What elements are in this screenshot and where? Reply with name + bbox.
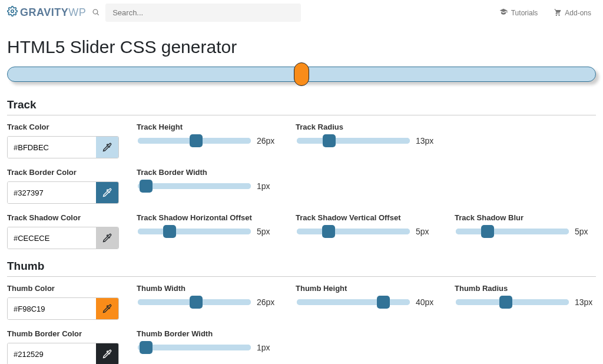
label-thumb-border-color: Thumb Border Color bbox=[7, 329, 119, 338]
label-track-height: Track Height bbox=[137, 123, 278, 131]
input-thumb-border-color[interactable] bbox=[8, 343, 96, 364]
label-track-shadow-hoff: Track Shadow Horizontal Offset bbox=[137, 213, 278, 222]
input-thumb-color[interactable] bbox=[8, 298, 96, 319]
swatch-thumb-border-color[interactable] bbox=[96, 343, 118, 364]
page-title: HTML5 Slider CSS generator bbox=[7, 37, 596, 57]
label-thumb-radius: Thumb Radius bbox=[455, 284, 596, 293]
label-thumb-height: Thumb Height bbox=[296, 284, 437, 293]
value-track-border-width: 1px bbox=[257, 181, 278, 191]
slider-track-radius[interactable] bbox=[297, 138, 410, 144]
value-thumb-radius: 13px bbox=[575, 297, 596, 307]
swatch-track-border-color[interactable] bbox=[96, 182, 118, 203]
cart-icon bbox=[553, 8, 561, 18]
input-track-color[interactable] bbox=[8, 137, 96, 158]
label-track-shadow-voff: Track Shadow Vertical Offset bbox=[296, 213, 437, 222]
swatch-track-shadow-color[interactable] bbox=[96, 227, 118, 249]
slider-track-height[interactable] bbox=[138, 138, 251, 144]
slider-thumb-border-width[interactable] bbox=[138, 345, 251, 350]
section-track-title: Track bbox=[7, 98, 596, 111]
label-thumb-color: Thumb Color bbox=[7, 284, 119, 293]
label-thumb-border-width: Thumb Border Width bbox=[137, 329, 278, 338]
label-track-border-width: Track Border Width bbox=[137, 168, 278, 177]
slider-track-border-width[interactable] bbox=[138, 183, 251, 189]
eyedropper-icon bbox=[102, 143, 112, 152]
label-thumb-width: Thumb Width bbox=[137, 284, 278, 293]
label-track-shadow-color: Track Shadow Color bbox=[7, 213, 119, 222]
input-track-border-color[interactable] bbox=[8, 182, 96, 203]
nav-addons[interactable]: Add-ons bbox=[548, 8, 596, 18]
slider-track-shadow-hoff[interactable] bbox=[138, 229, 251, 234]
slider-track-shadow-blur[interactable] bbox=[456, 229, 569, 234]
value-thumb-height: 40px bbox=[416, 297, 437, 307]
label-track-radius: Track Radius bbox=[296, 123, 437, 131]
value-thumb-width: 26px bbox=[257, 297, 278, 307]
section-thumb-title: Thumb bbox=[7, 260, 596, 273]
eyedropper-icon bbox=[102, 304, 112, 313]
brand-text-strong: GRAVITY bbox=[20, 6, 68, 19]
divider bbox=[7, 115, 596, 115]
preview-slider-track[interactable] bbox=[7, 67, 596, 82]
slider-thumb-radius[interactable] bbox=[456, 299, 569, 305]
slider-thumb-width[interactable] bbox=[138, 299, 251, 305]
value-track-shadow-hoff: 5px bbox=[257, 227, 278, 236]
eyedropper-icon bbox=[102, 233, 112, 243]
eyedropper-icon bbox=[102, 188, 112, 197]
svg-line-2 bbox=[97, 13, 98, 14]
slider-track-shadow-voff[interactable] bbox=[297, 229, 410, 234]
brand-text-light: WP bbox=[68, 6, 86, 19]
eyedropper-icon bbox=[102, 349, 112, 359]
label-track-shadow-blur: Track Shadow Blur bbox=[455, 213, 596, 222]
brand-logo[interactable]: GRAVITYWP bbox=[7, 6, 86, 19]
slider-thumb-height[interactable] bbox=[297, 299, 410, 305]
search-icon[interactable] bbox=[92, 8, 100, 18]
nav-tutorials-label: Tutorials bbox=[511, 9, 538, 17]
input-track-shadow-color[interactable] bbox=[8, 227, 96, 249]
value-track-radius: 13px bbox=[416, 136, 437, 145]
graduation-cap-icon bbox=[499, 8, 508, 18]
value-track-shadow-voff: 5px bbox=[416, 227, 437, 236]
swatch-track-color[interactable] bbox=[96, 137, 118, 158]
preview-slider-thumb[interactable] bbox=[294, 62, 309, 86]
label-track-color: Track Color bbox=[7, 123, 119, 131]
search-input[interactable] bbox=[105, 4, 301, 22]
label-track-border-color: Track Border Color bbox=[7, 168, 119, 177]
divider bbox=[7, 276, 596, 277]
value-thumb-border-width: 1px bbox=[257, 343, 278, 352]
nav-addons-label: Add-ons bbox=[565, 9, 591, 17]
nav-tutorials[interactable]: Tutorials bbox=[495, 8, 543, 18]
gear-icon bbox=[7, 6, 18, 19]
svg-point-0 bbox=[11, 10, 14, 13]
value-track-height: 26px bbox=[257, 136, 278, 145]
swatch-thumb-color[interactable] bbox=[96, 298, 118, 319]
app-header: GRAVITYWP Tutorials Add-ons bbox=[0, 0, 603, 25]
value-track-shadow-blur: 5px bbox=[575, 227, 596, 236]
